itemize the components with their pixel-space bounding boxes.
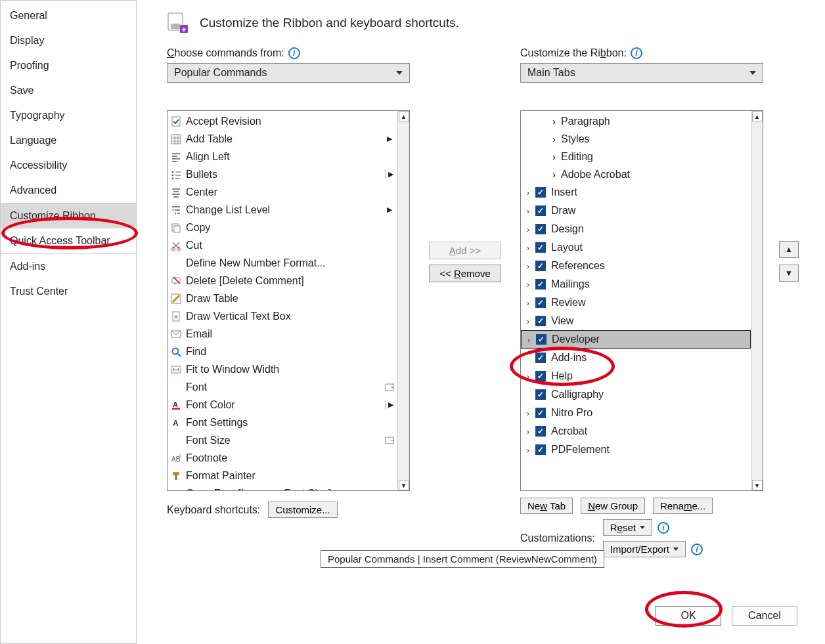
tree-tab-item[interactable]: ›✓Review [521,293,751,312]
scroll-up-button[interactable]: ▲ [399,111,409,121]
checkbox-checked-icon[interactable]: ✓ [535,353,546,363]
sidebar-item-proofing[interactable]: Proofing [1,53,136,78]
command-item[interactable]: Email [167,325,397,343]
sidebar-item-trust-center[interactable]: Trust Center [1,279,136,304]
move-up-button[interactable]: ▲ [779,241,799,258]
tree-tab-item[interactable]: ›✓References [521,257,751,275]
tree-tab-item[interactable]: ›✓Design [521,220,751,238]
command-item[interactable]: Delete [Delete Comment] [167,272,397,290]
sidebar-item-save[interactable]: Save [1,78,136,103]
tree-tab-item[interactable]: ›✓Draw [521,202,751,220]
chevron-right-icon[interactable]: › [524,261,533,270]
command-item[interactable]: Fit to Window Width [167,360,397,378]
command-item[interactable]: AFont Color▶ [167,396,397,414]
chevron-right-icon[interactable]: › [524,408,533,418]
scrollbar[interactable]: ▲ ▼ [751,111,763,490]
sidebar-item-accessibility[interactable]: Accessibility [1,153,136,178]
checkbox-checked-icon[interactable]: ✓ [535,408,546,418]
customize-ribbon-dropdown[interactable]: Main Tabs [520,63,763,83]
checkbox-checked-icon[interactable]: ✓ [536,334,546,345]
scroll-down-button[interactable]: ▼ [752,480,763,490]
info-icon[interactable]: i [288,47,300,59]
rename-button[interactable]: Rename... [653,498,713,514]
customize-keyboard-button[interactable]: Customize... [268,502,337,518]
chevron-right-icon[interactable]: › [524,280,533,289]
sidebar-item-advanced[interactable]: Advanced [1,178,136,203]
tree-group-item[interactable]: ›Styles [521,130,751,148]
tree-tab-item[interactable]: ✓Calligraphy [521,385,751,404]
command-item[interactable]: Add Table▶ [167,130,397,148]
command-item[interactable]: AB1Footnote [167,449,397,467]
cancel-button[interactable]: Cancel [732,606,797,626]
command-item[interactable]: Change List Level▶ [167,201,397,219]
command-item[interactable]: Font [167,378,397,396]
checkbox-checked-icon[interactable]: ✓ [535,389,546,400]
sidebar-item-display[interactable]: Display [1,28,136,53]
tree-tab-item[interactable]: ›✓Nitro Pro [521,404,751,422]
checkbox-checked-icon[interactable]: ✓ [535,371,546,381]
command-item[interactable]: Align Left [167,148,397,165]
command-item[interactable]: Copy [167,219,397,236]
sidebar-item-quick-access-toolbar[interactable]: Quick Access Toolbar [1,228,136,253]
checkbox-checked-icon[interactable]: ✓ [535,297,546,308]
command-item[interactable]: Find [167,343,397,360]
checkbox-checked-icon[interactable]: ✓ [535,224,546,234]
commands-listbox[interactable]: Accept RevisionAdd Table▶Align LeftBulle… [167,110,410,491]
command-item[interactable]: Define New Number Format... [167,254,397,272]
chevron-right-icon[interactable]: › [524,225,533,234]
tree-tab-item[interactable]: ›✓Mailings [521,275,751,293]
tree-tab-item[interactable]: ›✓Acrobat [521,422,751,440]
tree-tab-item[interactable]: ›✓Layout [521,238,751,257]
command-item[interactable]: Draw Table [167,290,397,307]
command-item[interactable]: Format Painter [167,467,397,484]
import-export-button[interactable]: Import/Export [603,541,686,557]
command-item[interactable]: Accept Revision [167,112,397,130]
checkbox-checked-icon[interactable]: ✓ [535,316,546,326]
scroll-up-button[interactable]: ▲ [752,111,763,121]
ok-button[interactable]: OK [656,606,721,626]
tree-group-item[interactable]: ›Editing [521,148,751,165]
info-icon[interactable]: i [658,522,669,534]
checkbox-checked-icon[interactable]: ✓ [535,187,546,198]
info-icon[interactable]: i [631,47,642,59]
checkbox-checked-icon[interactable]: ✓ [535,261,546,271]
chevron-right-icon[interactable]: › [524,316,533,326]
sidebar-item-add-ins[interactable]: Add-ins [1,254,136,279]
chevron-right-icon[interactable]: › [524,445,533,454]
chevron-right-icon[interactable]: › [524,372,533,381]
choose-commands-dropdown[interactable]: Popular Commands [167,63,410,83]
chevron-right-icon[interactable]: › [524,335,533,344]
checkbox-checked-icon[interactable]: ✓ [535,205,546,216]
checkbox-checked-icon[interactable]: ✓ [535,426,546,437]
new-tab-button[interactable]: New Tab [520,498,573,514]
sidebar-item-typography[interactable]: Typography [1,103,136,128]
chevron-right-icon[interactable]: › [524,188,533,197]
command-item[interactable]: Cut [167,236,397,254]
chevron-right-icon[interactable]: › [524,243,533,252]
chevron-right-icon[interactable]: › [524,427,533,436]
info-icon[interactable]: i [691,544,703,555]
command-item[interactable]: ADraw Vertical Text Box [167,307,397,325]
command-item[interactable]: Center [167,183,397,201]
tree-tab-item[interactable]: ›✓Developer [521,330,751,349]
tree-group-item[interactable]: ›Adobe Acrobat [521,165,751,183]
scroll-down-button[interactable]: ▼ [399,480,409,490]
command-item[interactable]: Bullets▶ [167,165,397,183]
checkbox-checked-icon[interactable]: ✓ [535,444,546,455]
tree-tab-item[interactable]: ›✓Insert [521,183,751,202]
new-group-button[interactable]: New Group [581,498,645,514]
move-down-button[interactable]: ▼ [779,265,799,282]
scrollbar[interactable]: ▲ ▼ [397,111,409,490]
checkbox-checked-icon[interactable]: ✓ [535,279,546,290]
tree-tab-item[interactable]: ›✓View [521,312,751,330]
tree-group-item[interactable]: ›Paragraph [521,112,751,130]
tree-tab-item[interactable]: ✓Add-ins [521,349,751,367]
tree-tab-item[interactable]: ›✓Help [521,367,751,385]
chevron-right-icon[interactable]: › [524,206,533,215]
reset-button[interactable]: Reset [603,519,652,536]
command-item[interactable]: AFont Settings [167,414,397,431]
ribbon-tree[interactable]: ›Paragraph›Styles›Editing›Adobe Acrobat›… [520,110,763,491]
command-item[interactable]: AGrow Font [Increase Font Size] [167,484,397,490]
command-item[interactable]: Font Size [167,431,397,449]
checkbox-checked-icon[interactable]: ✓ [535,242,546,253]
